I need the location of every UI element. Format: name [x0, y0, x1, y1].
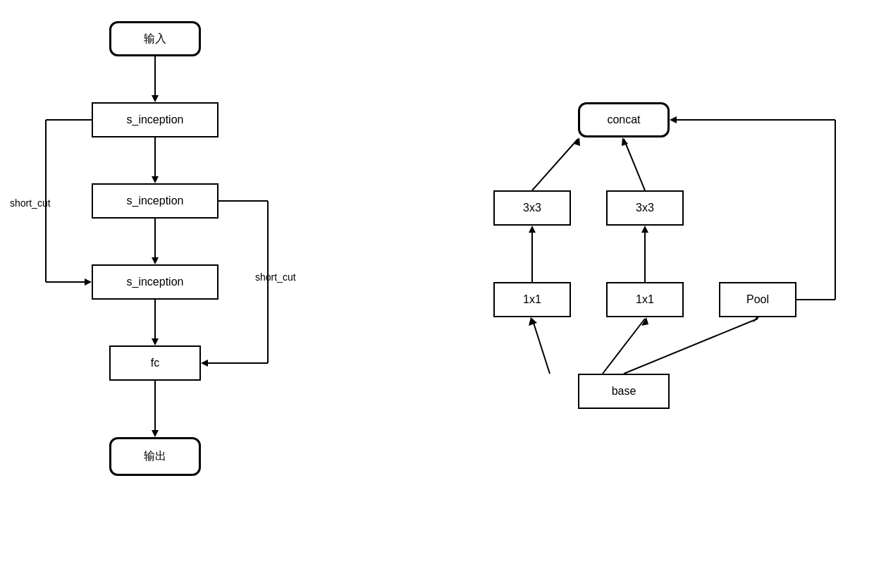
svg-marker-5: [152, 257, 159, 264]
svg-marker-21: [641, 317, 648, 326]
svg-marker-19: [529, 317, 537, 326]
svg-marker-17: [201, 360, 208, 367]
svg-line-18: [532, 319, 550, 374]
svg-marker-27: [641, 226, 648, 233]
node-conv1x1-left: 1x1: [493, 282, 571, 317]
svg-marker-25: [529, 226, 536, 233]
node-concat: concat: [578, 102, 670, 137]
svg-line-30: [624, 139, 645, 190]
node-s-inception-1: s_inception: [92, 102, 218, 137]
svg-marker-13: [85, 278, 92, 286]
node-pool: Pool: [719, 282, 796, 317]
node-s-inception-3: s_inception: [92, 264, 218, 300]
node-s-inception-2: s_inception: [92, 183, 218, 219]
svg-line-22: [624, 319, 758, 374]
svg-marker-1: [152, 95, 159, 102]
node-conv1x1-right: 1x1: [606, 282, 684, 317]
svg-marker-3: [152, 176, 159, 183]
svg-marker-35: [670, 116, 677, 123]
svg-marker-7: [152, 338, 159, 345]
diagram-container: 输入 s_inception s_inception s_inception f…: [0, 0, 874, 588]
node-fc: fc: [109, 345, 201, 381]
svg-line-28: [532, 139, 578, 190]
node-output: 输出: [109, 437, 201, 476]
label-short-cut-right: short_cut: [255, 271, 296, 283]
node-conv3x3-left: 3x3: [493, 190, 571, 226]
node-input: 输入: [109, 21, 201, 56]
svg-marker-29: [574, 137, 580, 146]
node-conv3x3-right: 3x3: [606, 190, 684, 226]
svg-line-20: [603, 319, 645, 374]
svg-marker-9: [152, 430, 159, 437]
svg-marker-31: [622, 137, 628, 146]
node-base: base: [578, 374, 670, 409]
label-short-cut-left: short_cut: [10, 197, 51, 209]
